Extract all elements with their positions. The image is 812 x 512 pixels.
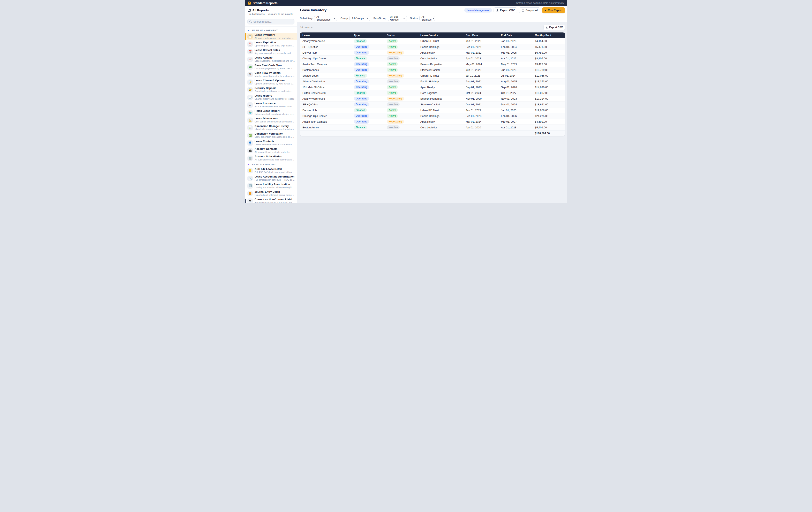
fax-icon: 📠 bbox=[249, 149, 252, 152]
table-export-csv-button[interactable]: Export CSV bbox=[544, 25, 565, 30]
status-badge: Active bbox=[387, 39, 398, 43]
report-item-title: Account Subsidiaries bbox=[255, 155, 295, 158]
banknote-icon: 💵 bbox=[249, 65, 252, 68]
start-date: Sep 01, 2023 bbox=[463, 84, 499, 90]
report-item-subtitle: All subsidiaries and their account assoc… bbox=[255, 158, 295, 161]
monthly-rent: $4,592.00 bbox=[532, 119, 565, 124]
sidebar-item-lease-liability-amortization[interactable]: 🔢 Lease Liability Amortization Liability… bbox=[245, 182, 297, 190]
report-item-title: Dimension Change History bbox=[255, 124, 294, 128]
column-header-lessor-vendor: Lessor/Vendor bbox=[418, 32, 463, 38]
type-badge: Operating bbox=[354, 102, 369, 107]
monthly-rent: $10,739.00 bbox=[532, 67, 565, 73]
sidebar-item-lease-insurance[interactable]: 🛡 Lease Insurance Insurance requirements… bbox=[245, 101, 297, 109]
sidebar-item-security-deposit[interactable]: 🔐 Security Deposit Security deposit bala… bbox=[245, 86, 297, 93]
report-item-subtitle: Historical changes to dimension values bbox=[255, 128, 294, 131]
sidebar-item-lease-activity[interactable]: 📈 Lease Activity Lease additions, modifi… bbox=[245, 55, 297, 63]
type-badge: Operating bbox=[354, 62, 369, 66]
sidebar-item-account-contacts[interactable]: 📠 Account Contacts All account-level con… bbox=[245, 147, 297, 154]
status-badge: Inactive bbox=[387, 79, 400, 83]
lease-name: Chicago Ops Center bbox=[300, 55, 351, 61]
snapshot-button[interactable]: Snapshot bbox=[519, 7, 540, 13]
chevron-down-icon bbox=[334, 18, 335, 19]
sidebar-item-lease-expiration[interactable]: ⏰ Lease Expiration Upcoming and past lea… bbox=[245, 40, 297, 48]
table-row: SF HQ OfficeOperatingActivePacific Holdi… bbox=[300, 44, 565, 50]
status-badge: Negotiating bbox=[387, 120, 404, 124]
column-header-status: Status bbox=[384, 32, 418, 38]
sidebar-item-base-rent-cash-flow[interactable]: 💵 Base Rent Cash Flow Cash flow projecti… bbox=[245, 63, 297, 71]
lease-name: Boston Annex bbox=[300, 67, 351, 73]
sidebar-item-current-vs-non-current-liability[interactable]: ⚖ Current vs Non-Current Liability Balan… bbox=[245, 197, 297, 203]
section-label: LEASE ACCOUNTING bbox=[245, 162, 297, 167]
report-list: LEASE MANAGEMENT📋 Lease Inventory All le… bbox=[245, 27, 297, 203]
lessor-vendor: Pacific Holdings bbox=[418, 113, 463, 119]
chevron-down-icon bbox=[403, 18, 405, 19]
report-item-subtitle: Retail-specific lease data including sal… bbox=[255, 113, 295, 115]
monthly-rent: $6,788.00 bbox=[532, 50, 565, 55]
report-item-title: Lease Contacts bbox=[255, 140, 295, 143]
status-badge: Negotiating bbox=[387, 51, 404, 55]
type-badge: Finance bbox=[354, 56, 367, 60]
sidebar-item-retail-lease-report[interactable]: 🏪 Retail Lease Report Retail-specific le… bbox=[245, 109, 297, 116]
filter-select[interactable]: All Statuses bbox=[419, 16, 435, 21]
sidebar-item-lease-inventory[interactable]: 📋 Lease Inventory All leases with status… bbox=[245, 33, 297, 40]
lessor-vendor: Pacific Holdings bbox=[418, 44, 463, 50]
search-icon bbox=[249, 20, 252, 23]
sidebar-item-lease-dimensions[interactable]: 📐 Lease Dimensions Cost center and dimen… bbox=[245, 116, 297, 124]
sidebar-item-lease-contacts[interactable]: 👤 Lease Contacts Lessor and tenant conta… bbox=[245, 139, 297, 147]
report-item-title: Lease Activity bbox=[255, 56, 295, 59]
results-table-card: LeaseTypeStatusLessor/VendorStart DateEn… bbox=[300, 32, 565, 136]
filter-select[interactable]: All Subsidiaries bbox=[314, 16, 337, 21]
lease-name: Chicago Ops Center bbox=[300, 113, 351, 119]
monthly-rent: $14,690.00 bbox=[532, 84, 565, 90]
sidebar-item-lease-critical-dates[interactable]: 📅 Lease Critical Dates Key dates — optio… bbox=[245, 48, 297, 55]
lessor-vendor: Pacific Holdings bbox=[418, 79, 463, 84]
monthly-rent: $18,641.00 bbox=[532, 102, 565, 107]
lease-name: Atlanta Distribution bbox=[300, 79, 351, 84]
report-item-title: Lease Liability Amortization bbox=[255, 183, 295, 186]
sidebar-item-lease-accounting-amortization[interactable]: 📉 Lease Accounting Amortization Full amo… bbox=[245, 174, 297, 182]
status-badge: Negotiating bbox=[387, 96, 404, 101]
column-header-lease: Lease bbox=[300, 32, 351, 38]
table-row: Chicago Ops CenterOperatingActivePacific… bbox=[300, 113, 565, 119]
lessor-vendor: Beacon Properties bbox=[418, 61, 463, 67]
sidebar-item-journal-entry-detail[interactable]: 📙 Journal Entry Detail Exported and uplo… bbox=[245, 190, 297, 197]
table-row: 101 Main St OfficeOperatingActiveApex Re… bbox=[300, 84, 565, 90]
sidebar-item-lease-clause-options[interactable]: 📝 Lease Clause & Options Options and cla… bbox=[245, 78, 297, 86]
start-date: Apr 01, 2023 bbox=[463, 55, 499, 61]
lessor-vendor: Beacon Properties bbox=[418, 96, 463, 102]
sidebar-item-asc-842-lease-detail[interactable]: 📒 ASC 842 Lease Detail Full ASC 842 disc… bbox=[245, 167, 297, 174]
header-hint: Select a report from the list to run it … bbox=[516, 2, 564, 4]
report-item-subtitle: Insurance requirements and expiration da… bbox=[255, 105, 295, 108]
sidebar-item-dimension-change-history[interactable]: 📊 Dimension Change History Historical ch… bbox=[245, 124, 297, 132]
sidebar-item-lease-history[interactable]: 🕐 Lease History Change history and audit… bbox=[245, 93, 297, 101]
person-icon: 👤 bbox=[249, 142, 252, 144]
end-date: Jun 01, 2023 bbox=[498, 67, 532, 73]
type-badge: Finance bbox=[354, 39, 367, 43]
lease-name: Albany Warehouse bbox=[300, 96, 351, 102]
search-input[interactable] bbox=[248, 19, 294, 24]
download-icon bbox=[496, 9, 499, 11]
report-item-subtitle: Cash flow projections by lease over time bbox=[255, 67, 295, 70]
run-report-button[interactable]: Run Report bbox=[542, 7, 565, 13]
sidebar-subtitle: Pre-built reports — click any to run ins… bbox=[248, 13, 294, 15]
start-date: Feb 01, 2021 bbox=[463, 44, 499, 50]
end-date: Dec 01, 2024 bbox=[498, 102, 532, 107]
filter-select[interactable]: All Groups bbox=[349, 16, 370, 21]
status-badge: Active bbox=[387, 45, 398, 49]
memo-icon: 📝 bbox=[249, 81, 252, 83]
report-item-subtitle: Verify dimension allocations sum to 100% bbox=[255, 135, 295, 138]
end-date: Feb 01, 2026 bbox=[498, 113, 532, 119]
sidebar-scrollbar[interactable] bbox=[245, 199, 246, 203]
filter-select[interactable]: All Sub-Groups bbox=[388, 16, 407, 21]
sidebar-item-dimension-verification[interactable]: ✅ Dimension Verification Verify dimensio… bbox=[245, 132, 297, 139]
export-csv-button[interactable]: Export CSV bbox=[494, 7, 517, 13]
clock-icon: 🕐 bbox=[249, 96, 252, 98]
end-date: Aug 01, 2025 bbox=[498, 79, 532, 84]
monthly-rent: $5,909.00 bbox=[532, 124, 565, 130]
report-item-title: Lease Critical Dates bbox=[255, 49, 295, 52]
monthly-rent: $9,422.00 bbox=[532, 61, 565, 67]
end-date: Sep 01, 2026 bbox=[498, 84, 532, 90]
sidebar-item-account-subsidiaries[interactable]: 🏢 Account Subsidiaries All subsidiaries … bbox=[245, 154, 297, 162]
sidebar-item-cash-flow-by-month[interactable]: 🗓 Cash Flow by Month Monthly cash flow m… bbox=[245, 71, 297, 78]
end-date: Jan 01, 2023 bbox=[498, 38, 532, 44]
